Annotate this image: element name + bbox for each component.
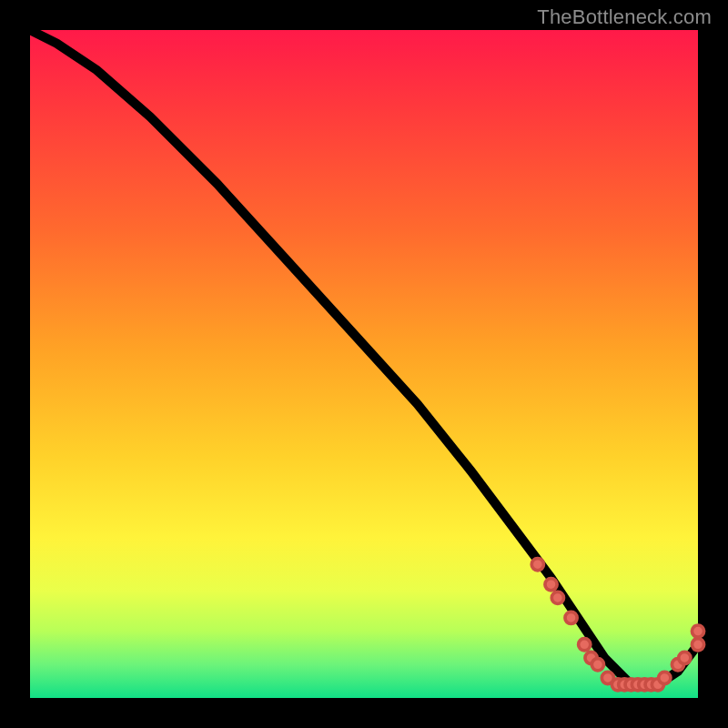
chart-svg (30, 30, 698, 698)
marker-dot (565, 612, 577, 623)
marker-dot (692, 639, 703, 651)
chart-frame: TheBottleneck.com (0, 0, 728, 728)
marker-dot (659, 672, 671, 683)
marker-dot (551, 592, 563, 603)
bottleneck-curve (30, 30, 698, 684)
marker-dot (679, 652, 691, 663)
marker-dot (545, 579, 557, 591)
marker-dot (692, 625, 703, 637)
marker-dot (531, 559, 543, 571)
watermark-text: TheBottleneck.com (537, 5, 712, 29)
marker-dot (579, 639, 591, 651)
marker-dot (592, 659, 603, 671)
plot-area (30, 30, 698, 698)
